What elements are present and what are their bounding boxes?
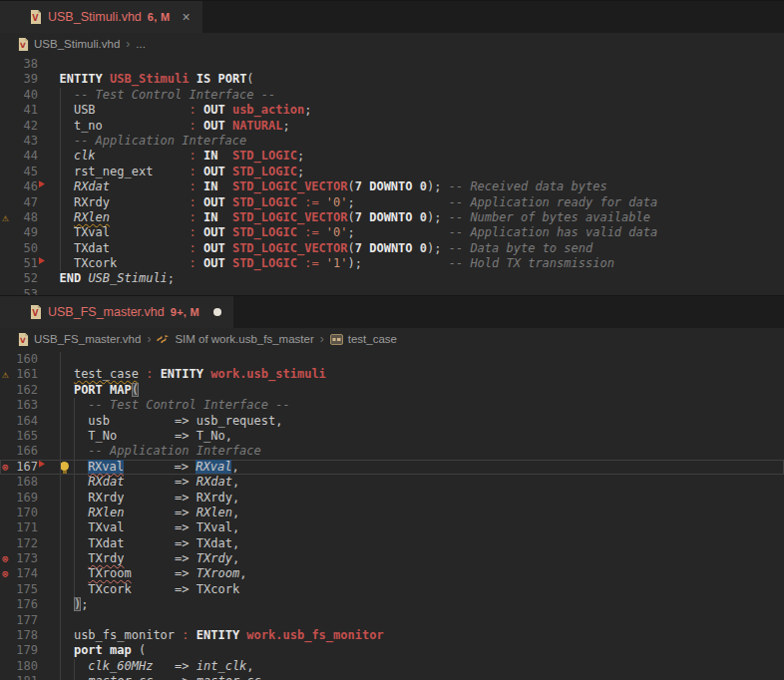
code-text: TXval => TXval, [45, 520, 239, 535]
code-line[interactable]: 169 RXrdy => RXrdy, [0, 491, 784, 506]
code-line[interactable]: 166 -- Application Interface [0, 444, 784, 459]
breadcrumb-file[interactable]: USB_FS_master.vhd [34, 333, 141, 345]
line-number: 163 [0, 398, 38, 413]
vhdl-file-icon: V [30, 305, 42, 319]
code-line[interactable]: 164 usb => usb_request, [0, 414, 784, 429]
line-number: 40 [0, 88, 38, 103]
code-line[interactable]: 45 rst_neg_ext : OUT STD_LOGIC; [0, 165, 784, 179]
code-text: usb => usb_request, [45, 414, 282, 429]
unsaved-dot-icon[interactable] [213, 308, 221, 316]
code-line[interactable]: 181 master_cc => master_cc, [0, 674, 784, 680]
line-number: 162 [0, 383, 38, 398]
code-line[interactable]: 42 t_no : OUT NATURAL; [0, 119, 784, 134]
code-text: TXrdy => TXrdy, [45, 551, 239, 566]
code-text: RXrdy : OUT STD_LOGIC := '0'; -- Applica… [45, 195, 657, 210]
code-line[interactable]: 46 RXdat : IN STD_LOGIC_VECTOR(7 DOWNTO … [0, 179, 784, 194]
line-number: 168 [0, 475, 38, 490]
line-number: 49 [0, 225, 38, 240]
code-text: T_No => T_No, [45, 429, 232, 444]
svg-text:V: V [32, 309, 39, 318]
code-line[interactable]: 160 [0, 352, 784, 367]
code-line[interactable]: 176 ); [0, 597, 784, 612]
code-text: port map ( [45, 643, 146, 658]
code-text: RXlen : IN STD_LOGIC_VECTOR(7 DOWNTO 0);… [45, 210, 650, 225]
line-number: 173 [0, 551, 38, 566]
code-text: PORT MAP( [45, 383, 139, 398]
vhdl-file-icon: V [18, 333, 29, 346]
code-text: ); [45, 597, 88, 612]
code-line[interactable]: 165 T_No => T_No, [0, 429, 784, 444]
code-line[interactable]: 53 [0, 287, 784, 295]
vhdl-file-icon: V [18, 38, 29, 51]
line-number: 176 [0, 597, 38, 612]
code-line[interactable]: ⊗174 TXroom => TXroom, [0, 566, 784, 581]
code-text: master_cc => master_cc, [45, 674, 268, 680]
code-line[interactable]: 52 END USB_Stimuli; [0, 271, 784, 286]
line-number: 48 [0, 210, 38, 225]
editor-group-top: V USB_Stimuli.vhd 6, M × V USB_Stimuli.v… [0, 0, 784, 295]
code-line[interactable]: 44 clk : IN STD_LOGIC; [0, 149, 784, 164]
code-line[interactable]: 172 TXdat => TXdat, [0, 536, 784, 551]
line-number: 41 [0, 103, 38, 118]
code-line[interactable]: 168 RXdat => RXdat, [0, 475, 784, 490]
chevron-right-icon: › [146, 332, 152, 346]
code-line[interactable]: 39 ENTITY USB_Stimuli IS PORT( [0, 72, 784, 87]
code-text: RXdat => RXdat, [45, 475, 239, 490]
tab-label: USB_Stimuli.vhd [48, 10, 142, 24]
tab-usb-stimuli[interactable]: V USB_Stimuli.vhd 6, M × [0, 1, 202, 33]
code-line[interactable]: 47 RXrdy : OUT STD_LOGIC := '0'; -- Appl… [0, 195, 784, 210]
code-area-top[interactable]: 3839 ENTITY USB_Stimuli IS PORT(40 -- Te… [0, 55, 784, 295]
chevron-right-icon: › [125, 37, 131, 51]
code-line[interactable]: ⊗173 TXrdy => TXrdy, [0, 551, 784, 566]
code-text: RXlen => RXlen, [45, 506, 239, 520]
code-line[interactable]: 49 TXval : OUT STD_LOGIC := '0'; -- Appl… [0, 225, 784, 240]
code-line[interactable]: 180 clk_60MHz => int_clk, [0, 659, 784, 674]
line-number: 165 [0, 429, 38, 444]
breadcrumb-top: V USB_Stimuli.vhd › ... [0, 33, 784, 55]
line-number: 51 [0, 256, 38, 271]
code-text: USB : OUT usb_action; [45, 103, 311, 118]
code-text: ENTITY USB_Stimuli IS PORT( [45, 72, 254, 87]
line-number: 167 [0, 460, 38, 475]
code-line[interactable]: 50 TXdat : OUT STD_LOGIC_VECTOR(7 DOWNTO… [0, 241, 784, 256]
line-number: 39 [0, 72, 38, 87]
code-line[interactable]: 179 port map ( [0, 643, 784, 658]
breadcrumb-ellipsis[interactable]: ... [136, 38, 146, 50]
code-text: TXcork => TXcork [45, 582, 239, 597]
tab-bar-top: V USB_Stimuli.vhd 6, M × [0, 0, 784, 33]
code-line[interactable]: 175 TXcork => TXcork [0, 582, 784, 597]
code-line[interactable]: 43 -- Application Interface [0, 134, 784, 149]
code-area-bottom[interactable]: 160⚠161 test_case : ENTITY work.usb_stim… [0, 350, 784, 680]
code-text: -- Test Control Interface -- [45, 398, 290, 413]
code-text: TXdat : OUT STD_LOGIC_VECTOR(7 DOWNTO 0)… [45, 241, 592, 256]
line-number: 45 [0, 165, 38, 179]
code-text: test_case : ENTITY work.usb_stimuli [45, 367, 326, 382]
code-line[interactable]: 38 [0, 57, 784, 72]
code-text: -- Test Control Interface -- [45, 88, 275, 103]
line-number: 43 [0, 134, 38, 149]
breadcrumb-file[interactable]: USB_Stimuli.vhd [34, 38, 120, 50]
code-line[interactable]: 178 usb_fs_monitor : ENTITY work.usb_fs_… [0, 628, 784, 643]
code-line[interactable]: 163 -- Test Control Interface -- [0, 398, 784, 413]
breadcrumb-bottom: V USB_FS_master.vhd › SIM of work.usb_fs… [0, 328, 784, 350]
code-text: TXval : OUT STD_LOGIC := '0'; -- Applica… [45, 225, 657, 240]
tab-bar-bottom: V USB_FS_master.vhd 9+, M [0, 295, 784, 328]
breadcrumb-member[interactable]: test_case [348, 333, 397, 345]
code-line[interactable]: 162 PORT MAP( [0, 383, 784, 398]
code-line[interactable]: ⚠161 test_case : ENTITY work.usb_stimuli [0, 367, 784, 382]
code-line[interactable]: ⊗167 RXval => RXval, [0, 460, 784, 475]
code-line[interactable]: 177 [0, 613, 784, 628]
code-line[interactable]: ⚠48 RXlen : IN STD_LOGIC_VECTOR(7 DOWNTO… [0, 210, 784, 225]
code-line[interactable]: 51 TXcork : OUT STD_LOGIC := '1'); -- Ho… [0, 256, 784, 271]
svg-text:V: V [20, 335, 26, 344]
close-icon[interactable]: × [182, 10, 190, 24]
code-line[interactable]: 41 USB : OUT usb_action; [0, 103, 784, 118]
code-line[interactable]: 170 RXlen => RXlen, [0, 506, 784, 520]
code-line[interactable]: 40 -- Test Control Interface -- [0, 88, 784, 103]
code-line[interactable]: 171 TXval => TXval, [0, 520, 784, 535]
indent-guide [60, 352, 61, 367]
breadcrumb-symbol[interactable]: SIM of work.usb_fs_master [175, 333, 313, 345]
tab-usb-fs-master[interactable]: V USB_FS_master.vhd 9+, M [0, 296, 233, 328]
line-number: 46 [0, 179, 38, 194]
code-text: RXval => RXval, [45, 460, 239, 475]
